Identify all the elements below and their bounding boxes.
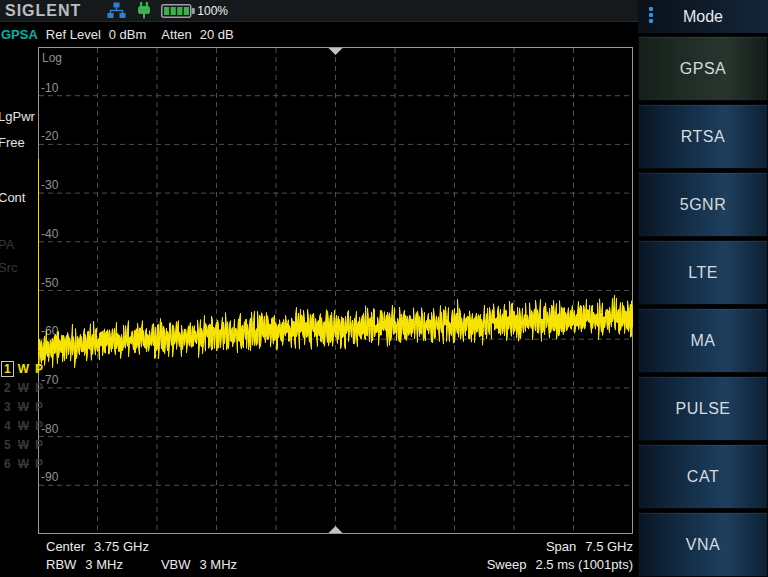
trace-6-state: 6WP	[1, 454, 43, 473]
y-tick-label: -40	[41, 227, 59, 241]
y-tick-label: -30	[41, 178, 59, 192]
trace-number: 3	[1, 399, 14, 415]
trace-peak-mode: P	[35, 362, 43, 376]
trace-number: 5	[1, 437, 14, 453]
sweep-value: 2.5 ms (1001pts)	[535, 557, 633, 573]
trace-1-state: 1WP	[1, 359, 43, 378]
menu-item-rtsa[interactable]: RTSA	[638, 104, 768, 169]
y-axis-labels: Log-10-20-30-40-50-60-70-80-90	[41, 51, 62, 484]
lan-icon	[107, 2, 126, 19]
center-value: 3.75 GHz	[94, 539, 149, 555]
trace-detector: W	[18, 362, 29, 376]
center-marker-top-icon	[329, 48, 343, 55]
y-tick-label: -70	[41, 373, 59, 387]
trace-number: 4	[1, 418, 14, 434]
trace-3-state: 3WP	[1, 397, 43, 416]
center-label: Center	[46, 539, 85, 555]
y-tick-label: -10	[41, 81, 59, 95]
trace-peak-mode: P	[35, 400, 43, 414]
y-tick-label: -20	[41, 129, 59, 143]
trace-peak-mode: P	[35, 457, 43, 471]
trace-peak-mode: P	[35, 438, 43, 452]
measurement-status-row: GPSA Ref Level 0 dBm Atten 20 dB	[0, 25, 638, 43]
trace-2-state: 2WP	[1, 378, 43, 397]
span-label: Span	[546, 539, 576, 555]
vbw-value: 3 MHz	[200, 557, 238, 573]
sweep-label: Sweep	[487, 557, 527, 573]
menu-item-vna[interactable]: VNA	[638, 512, 768, 577]
side-label-cont: Cont	[0, 190, 25, 205]
ref-level-value: 0 dBm	[109, 27, 147, 42]
side-label-free: Free	[0, 135, 25, 150]
rbw: RBW 3 MHz	[46, 557, 123, 573]
trace-detector: W	[18, 419, 29, 433]
menu-header: Mode	[638, 0, 768, 33]
trace-4-state: 4WP	[1, 416, 43, 435]
y-tick-label: -50	[41, 276, 59, 290]
menu-handle-icon[interactable]	[649, 7, 653, 25]
siglent-logo: SIGLENT	[5, 2, 81, 20]
trace-number: 2	[1, 380, 14, 396]
vbw: VBW 3 MHz	[161, 557, 237, 573]
trace-detector: W	[18, 381, 29, 395]
atten-label: Atten	[161, 27, 191, 42]
trace-peak-mode: P	[35, 381, 43, 395]
ref-level-label: Ref Level	[46, 27, 101, 42]
top-status-bar: SIGLENT	[0, 0, 638, 22]
menu-item-pulse[interactable]: PULSE	[638, 376, 768, 441]
side-label-lgpwr: LgPwr	[0, 109, 35, 124]
active-mode-tag: GPSA	[1, 27, 38, 42]
y-tick-label: -80	[41, 422, 59, 436]
trace-detector: W	[18, 438, 29, 452]
display-area: SIGLENT	[0, 0, 638, 577]
power-plug-icon	[136, 2, 152, 19]
center-frequency: Center 3.75 GHz	[46, 539, 149, 555]
menu-item-lte[interactable]: LTE	[638, 240, 768, 305]
rbw-value: 3 MHz	[85, 557, 123, 573]
bw-group: RBW 3 MHz VBW 3 MHz	[46, 557, 237, 573]
battery-icon	[161, 4, 195, 18]
span-value: 7.5 GHz	[585, 539, 633, 555]
trace-number: 1	[1, 361, 14, 377]
spectrum-plot: Log-10-20-30-40-50-60-70-80-90	[38, 47, 633, 534]
vbw-label: VBW	[161, 557, 191, 573]
trace-detector: W	[18, 457, 29, 471]
center-marker-bottom-icon	[329, 526, 343, 533]
sweep: Sweep 2.5 ms (1001pts)	[487, 557, 633, 573]
span-frequency: Span 7.5 GHz	[546, 539, 633, 555]
menu-title: Mode	[683, 8, 723, 26]
mode-softkey-menu: Mode GPSARTSA5GNRLTEMAPULSECATVNA	[638, 0, 768, 577]
menu-item-gpsa[interactable]: GPSA	[638, 36, 768, 101]
side-label-pa: PA	[0, 237, 14, 252]
plot-grid	[39, 48, 632, 533]
side-label-src: Src	[0, 260, 18, 275]
scale-label: Log	[42, 51, 62, 65]
trace-state-list: 1WP2WP3WP4WP5WP6WP	[1, 359, 43, 473]
menu-item-cat[interactable]: CAT	[638, 444, 768, 509]
trace-peak-mode: P	[35, 419, 43, 433]
trace-number: 6	[1, 456, 14, 472]
atten-value: 20 dB	[200, 27, 234, 42]
bw-annotation-row: RBW 3 MHz VBW 3 MHz Sweep 2.5 ms (1001pt…	[46, 557, 633, 573]
trace-detector: W	[18, 400, 29, 414]
rbw-label: RBW	[46, 557, 76, 573]
y-tick-label: -90	[41, 470, 59, 484]
freq-annotation-row: Center 3.75 GHz Span 7.5 GHz	[46, 539, 633, 555]
menu-item-5gnr[interactable]: 5GNR	[638, 172, 768, 237]
battery-percent: 100%	[197, 4, 228, 18]
trace-5-state: 5WP	[1, 435, 43, 454]
menu-item-ma[interactable]: MA	[638, 308, 768, 373]
analyzer-screen: SIGLENT	[0, 0, 768, 577]
